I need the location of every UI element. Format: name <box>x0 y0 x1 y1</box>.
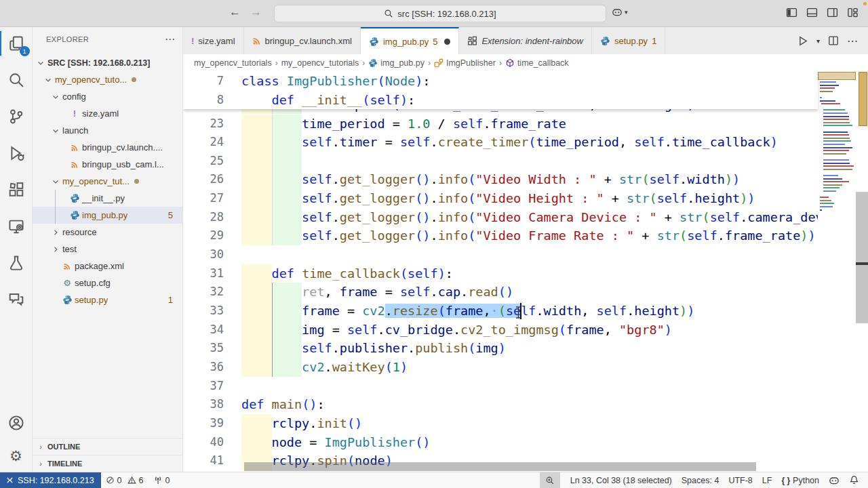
breadcrumb-item[interactable]: img_pub.py <box>368 58 425 68</box>
code-line-36[interactable]: 36 cv2.waitKey(1) <box>183 358 818 377</box>
vertical-scrollbar[interactable] <box>856 192 868 323</box>
remote-indicator[interactable]: SSH: 192.168.0.213 <box>0 472 101 488</box>
code-line-26[interactable]: 26 self.get_logger().info("Video Width :… <box>183 170 818 189</box>
ports-indicator[interactable]: 0 <box>149 472 175 488</box>
code-line-27[interactable]: 27 self.get_logger().info("Video Height … <box>183 189 818 208</box>
modified-dot[interactable] <box>444 39 450 45</box>
layout-right-icon[interactable] <box>827 7 838 18</box>
outline-section-header[interactable]: › OUTLINE <box>33 438 182 455</box>
breadcrumb-item[interactable]: ImgPublisher <box>434 58 496 68</box>
code-line-31[interactable]: 31 def time_callback(self): <box>183 264 818 283</box>
line-number: 37 <box>183 377 224 396</box>
timeline-section-header[interactable]: › TIMELINE <box>33 455 182 472</box>
tree-item[interactable]: SRC [SSH: 192.168.0.213] <box>33 54 182 71</box>
tab-img-pub-py[interactable]: img_pub.py 5 <box>361 27 459 54</box>
breadcrumb-label: my_opencv_tutorials <box>281 58 359 68</box>
tree-item[interactable]: test <box>33 241 182 258</box>
indentation-setting[interactable]: Spaces: 4 <box>677 472 724 488</box>
notifications-bell[interactable] <box>844 472 864 488</box>
run-python-button[interactable] <box>797 35 808 47</box>
split-editor-button[interactable] <box>828 35 839 46</box>
layout-custom-icon[interactable] <box>847 7 859 18</box>
code-line-24[interactable]: 24 self.timer = self.create_timer(time_p… <box>183 133 818 152</box>
tree-item[interactable]: config <box>33 88 182 105</box>
class-icon <box>434 58 443 68</box>
activity-comments[interactable] <box>5 289 27 310</box>
code-line-23[interactable]: 23 time_period = 1.0 / self.frame_rate <box>183 115 818 134</box>
tree-item-label: test <box>62 244 77 254</box>
code-line-8[interactable]: 8 def __init__(self): <box>183 91 768 110</box>
tree-item[interactable]: bringup_cv.launch.... <box>33 139 182 156</box>
zoom-indicator[interactable] <box>540 472 560 488</box>
breadcrumb-item[interactable]: my_opencv_tutorials <box>194 58 272 68</box>
code-line-29[interactable]: 29 self.get_logger().info("Video Frame R… <box>183 226 818 245</box>
copilot-status[interactable] <box>824 472 844 488</box>
tree-item[interactable]: resource <box>33 224 182 241</box>
tree-item[interactable]: my_opencv_tut... <box>33 173 182 190</box>
code-line-38[interactable]: 38 def main(): <box>183 395 818 414</box>
tree-item[interactable]: my_opencv_tuto... <box>33 71 182 88</box>
recording-dot <box>863 2 867 5</box>
code-line-33[interactable]: 33 frame = cv2.resize(frame,·(self.width… <box>183 302 818 321</box>
chevron-down-icon <box>43 76 54 84</box>
activity-extensions[interactable] <box>5 179 27 201</box>
activity-settings[interactable]: ⚙ <box>5 445 27 466</box>
breadcrumb-label: ImgPublisher <box>446 58 496 68</box>
code-line-37[interactable]: 37 <box>183 377 818 396</box>
layout-panel-icon[interactable] <box>806 7 818 18</box>
tab-setup-py[interactable]: setup.py 1 <box>592 27 665 54</box>
tab-label: size.yaml <box>198 36 235 46</box>
code-line-39[interactable]: 39 rclpy.init() <box>183 414 818 433</box>
tree-item[interactable]: !size.yaml <box>33 105 182 122</box>
chevron-right-icon: › <box>35 443 46 451</box>
code-line-7[interactable]: 7 class ImgPublisher(Node): <box>183 72 768 91</box>
tree-item[interactable]: bringup_usb_cam.l... <box>33 156 182 173</box>
command-center-search[interactable]: src [SSH: 192.168.0.213] <box>274 5 606 22</box>
editor-more-button[interactable]: ⋯ <box>847 35 859 47</box>
nav-back-icon[interactable]: ← <box>229 5 241 19</box>
chevron-right-icon <box>50 228 61 237</box>
chevron-down-icon[interactable]: ▾ <box>625 9 628 16</box>
tab-bringup-cv-launch-xml[interactable]: bringup_cv.launch.xml <box>244 27 361 54</box>
nav-forward-icon[interactable]: → <box>250 5 262 19</box>
activity-remote-explorer[interactable] <box>5 216 27 237</box>
cursor-position[interactable]: Ln 33, Col 38 (18 selected) <box>566 472 677 488</box>
activity-run-debug[interactable] <box>5 142 27 164</box>
breadcrumb-item[interactable]: time_callback <box>505 58 569 68</box>
tree-item[interactable]: package.xml <box>33 258 182 274</box>
tab-size-yaml[interactable]: ! size.yaml <box>183 27 244 54</box>
tab-extension-indent-rainbow[interactable]: Extension: indent-rainbow <box>459 27 592 54</box>
breadcrumb-label: my_opencv_tutorials <box>194 58 272 68</box>
copilot-icon[interactable] <box>612 7 623 18</box>
encoding-setting[interactable]: UTF-8 <box>724 472 757 488</box>
activity-account[interactable] <box>5 412 27 434</box>
code-editor[interactable]: 22 self.cap.set(cv2.CAP_PROP_FRAME_HEIGH… <box>183 72 868 472</box>
tree-item[interactable]: ⚙setup.cfg <box>33 274 182 291</box>
layout-sidebar-icon[interactable] <box>786 7 797 18</box>
eol-setting[interactable]: LF <box>757 472 777 488</box>
activity-testing[interactable] <box>5 252 27 274</box>
code-line-35[interactable]: 35 self.publisher.publish(img) <box>183 339 818 358</box>
code-line-32[interactable]: 32 ret, frame = self.cap.read() <box>183 283 818 302</box>
code-line-34[interactable]: 34 img = self.cv_bridge.cv2_to_imgmsg(fr… <box>183 321 818 340</box>
tree-item[interactable]: setup.py1 <box>33 291 182 308</box>
explorer-more-button[interactable]: ⋯ <box>165 33 176 45</box>
tree-item[interactable]: img_pub.py5 <box>33 207 182 224</box>
code-line-40[interactable]: 40 node = ImgPublisher() <box>183 433 818 452</box>
problems-indicator[interactable]: 0 6 <box>101 472 149 488</box>
code-line-28[interactable]: 28 self.get_logger().info("Video Camera … <box>183 208 818 227</box>
sticky-scroll[interactable]: 7 class ImgPublisher(Node): 8 def __init… <box>183 72 818 109</box>
activity-source-control[interactable] <box>5 106 27 127</box>
activity-explorer[interactable]: 1 <box>5 33 27 54</box>
language-mode[interactable]: { }Python <box>776 472 824 488</box>
breadcrumb: my_opencv_tutorials›my_opencv_tutorials›… <box>183 54 868 72</box>
breadcrumb-item[interactable]: my_opencv_tutorials <box>281 58 359 68</box>
horizontal-scrollbar[interactable] <box>244 462 756 471</box>
minimap[interactable] <box>818 72 856 472</box>
tree-item[interactable]: __init__.py <box>33 190 182 207</box>
code-line-25[interactable]: 25 <box>183 152 818 171</box>
activity-search[interactable] <box>5 69 27 91</box>
tree-item[interactable]: launch <box>33 122 182 139</box>
code-line-30[interactable]: 30 <box>183 245 818 264</box>
run-dropdown-icon[interactable]: ▾ <box>816 37 820 45</box>
